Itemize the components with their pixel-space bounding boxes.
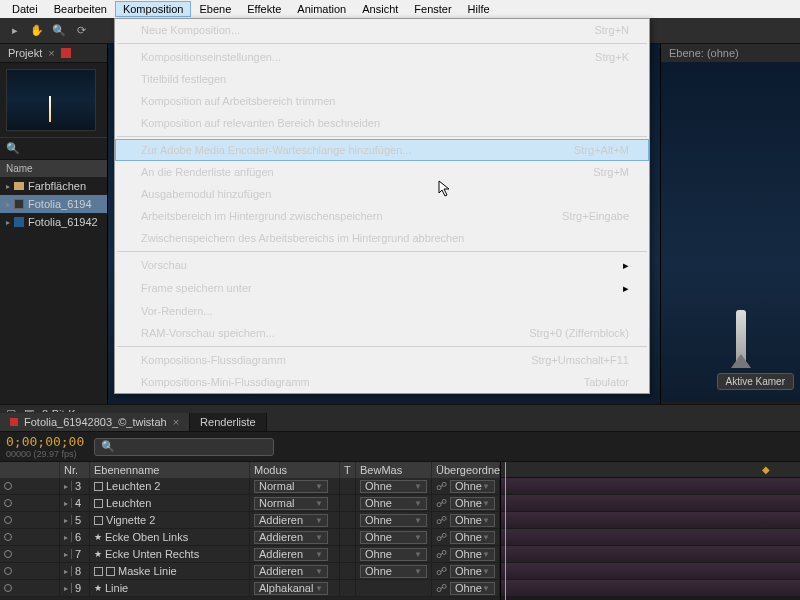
menu-item[interactable]: An die Renderliste anfügenStrg+M (115, 161, 649, 183)
timeline-track[interactable] (501, 512, 800, 529)
col-nr[interactable]: Nr. (60, 462, 90, 478)
visibility-icon[interactable] (4, 550, 12, 558)
parent-dropdown[interactable]: Ohne▼ (450, 480, 495, 493)
trackmatte-dropdown[interactable]: Ohne▼ (360, 514, 427, 527)
menu-item: Komposition auf relevanten Bereich besch… (115, 112, 649, 134)
menu-item[interactable]: Titelbild festlegen (115, 68, 649, 90)
col-bm[interactable]: BewMas (356, 462, 432, 478)
col-par[interactable]: Übergeordnet (432, 462, 500, 478)
timeline-marker-icon[interactable]: ◆ (762, 464, 770, 475)
project-column-header[interactable]: Name (0, 160, 107, 177)
blend-mode-dropdown[interactable]: Alphakanal▼ (254, 582, 328, 595)
layer-row[interactable]: ▸ 5 Vignette 2Addieren▼Ohne▼☍Ohne▼ (0, 512, 500, 529)
menu-item[interactable]: Kompositions-Mini-FlussdiagrammTabulator (115, 371, 649, 393)
menubar: DateiBearbeitenKompositionEbeneEffekteAn… (0, 0, 800, 18)
layer-row[interactable]: ▸ 9★ LinieAlphakanal▼☍Ohne▼ (0, 580, 500, 597)
timeline-search-input[interactable]: 🔍 (94, 438, 274, 456)
parent-dropdown[interactable]: Ohne▼ (450, 548, 495, 561)
layer-row[interactable]: ▸ 4 LeuchtenNormal▼Ohne▼☍Ohne▼ (0, 495, 500, 512)
col-t[interactable]: T (340, 462, 356, 478)
layer-row[interactable]: ▸ 8 Maske LinieAddieren▼Ohne▼☍Ohne▼ (0, 563, 500, 580)
menu-item: Ausgabemodul hinzufügen (115, 183, 649, 205)
shape-icon: ★ (94, 549, 102, 559)
col-mode[interactable]: Modus (250, 462, 340, 478)
blend-mode-dropdown[interactable]: Addieren▼ (254, 565, 328, 578)
parent-dropdown[interactable]: Ohne▼ (450, 497, 495, 510)
visibility-icon[interactable] (4, 584, 12, 592)
trackmatte-dropdown[interactable]: Ohne▼ (360, 497, 427, 510)
close-icon[interactable]: × (48, 47, 54, 59)
menu-bearbeiten[interactable]: Bearbeiten (46, 1, 115, 17)
menu-item[interactable]: Arbeitsbereich im Hintergrund zwischensp… (115, 205, 649, 227)
visibility-icon[interactable] (4, 516, 12, 524)
blend-mode-dropdown[interactable]: Addieren▼ (254, 514, 328, 527)
parent-dropdown[interactable]: Ohne▼ (450, 565, 495, 578)
menu-item[interactable]: RAM-Vorschau speichern...Strg+0 (Ziffern… (115, 322, 649, 344)
menu-fenster[interactable]: Fenster (406, 1, 459, 17)
menu-animation[interactable]: Animation (289, 1, 354, 17)
search-icon: 🔍 (101, 440, 115, 453)
shape-icon: ★ (94, 583, 102, 593)
menu-ebene[interactable]: Ebene (191, 1, 239, 17)
blend-mode-dropdown[interactable]: Addieren▼ (254, 548, 328, 561)
trackmatte-dropdown[interactable]: Ohne▼ (360, 480, 427, 493)
timeline-tab[interactable]: Renderliste (190, 413, 267, 431)
blend-mode-dropdown[interactable]: Normal▼ (254, 480, 328, 493)
project-item[interactable]: ▸Farbflächen (0, 177, 107, 195)
trackmatte-dropdown[interactable]: Ohne▼ (360, 565, 427, 578)
menu-komposition[interactable]: Komposition (115, 1, 192, 17)
col-name[interactable]: Ebenenname (90, 462, 250, 478)
menu-item[interactable]: Kompositionseinstellungen...Strg+K (115, 46, 649, 68)
layer-row[interactable]: ▸ 3 Leuchten 2Normal▼Ohne▼☍Ohne▼ (0, 478, 500, 495)
komposition-menu-dropdown: Neue Komposition...Strg+NKompositionsein… (114, 18, 650, 394)
playhead[interactable] (505, 462, 506, 600)
parent-dropdown[interactable]: Ohne▼ (450, 582, 495, 595)
rotate-tool-icon[interactable]: ⟳ (72, 22, 90, 40)
menu-item[interactable]: Vorschau▸ (115, 254, 649, 277)
parent-dropdown[interactable]: Ohne▼ (450, 514, 495, 527)
trackmatte-dropdown[interactable]: Ohne▼ (360, 531, 427, 544)
timeline-tab[interactable]: Fotolia_61942803_©_twistah× (0, 413, 190, 431)
timeline-track[interactable] (501, 580, 800, 597)
visibility-icon[interactable] (4, 533, 12, 541)
zoom-tool-icon[interactable]: 🔍 (50, 22, 68, 40)
menu-hilfe[interactable]: Hilfe (460, 1, 498, 17)
visibility-icon[interactable] (4, 567, 12, 575)
selection-tool-icon[interactable]: ▸ (6, 22, 24, 40)
timecode-display[interactable]: 0;00;00;00 (6, 434, 84, 449)
menu-datei[interactable]: Datei (4, 1, 46, 17)
timeline-track[interactable] (501, 563, 800, 580)
blend-mode-dropdown[interactable]: Normal▼ (254, 497, 328, 510)
visibility-icon[interactable] (4, 482, 12, 490)
adjustment-icon (94, 499, 103, 508)
composition-thumbnail[interactable] (6, 69, 96, 131)
menu-item[interactable]: Neue Komposition...Strg+N (115, 19, 649, 41)
mouse-cursor-icon (438, 180, 452, 198)
active-camera-badge[interactable]: Aktive Kamer (717, 373, 794, 390)
project-item[interactable]: ▸Fotolia_6194 (0, 195, 107, 213)
menu-item[interactable]: Komposition auf Arbeitsbereich trimmen (115, 90, 649, 112)
timeline-track[interactable] (501, 495, 800, 512)
adjustment-icon (94, 567, 103, 576)
menu-item[interactable]: Zur Adobe Media Encoder-Warteschlange hi… (115, 139, 649, 161)
parent-dropdown[interactable]: Ohne▼ (450, 531, 495, 544)
timeline-track[interactable] (501, 529, 800, 546)
timeline-track[interactable] (501, 478, 800, 495)
menu-effekte[interactable]: Effekte (239, 1, 289, 17)
search-icon[interactable]: 🔍 (6, 142, 20, 155)
trackmatte-dropdown[interactable]: Ohne▼ (360, 548, 427, 561)
timecode-sub: 00000 (29.97 fps) (6, 449, 84, 459)
menu-item[interactable]: Frame speichern unter▸ (115, 277, 649, 300)
visibility-icon[interactable] (4, 499, 12, 507)
project-tab-label[interactable]: Projekt (8, 47, 42, 59)
record-icon[interactable] (61, 48, 71, 58)
layer-row[interactable]: ▸ 7★ Ecke Unten RechtsAddieren▼Ohne▼☍Ohn… (0, 546, 500, 563)
timeline-track[interactable] (501, 546, 800, 563)
menu-item[interactable]: Vor-Rendern... (115, 300, 649, 322)
hand-tool-icon[interactable]: ✋ (28, 22, 46, 40)
menu-item[interactable]: Kompositions-FlussdiagrammStrg+Umschalt+… (115, 349, 649, 371)
layer-row[interactable]: ▸ 6★ Ecke Oben LinksAddieren▼Ohne▼☍Ohne▼ (0, 529, 500, 546)
project-item[interactable]: ▸Fotolia_61942 (0, 213, 107, 231)
blend-mode-dropdown[interactable]: Addieren▼ (254, 531, 328, 544)
menu-ansicht[interactable]: Ansicht (354, 1, 406, 17)
